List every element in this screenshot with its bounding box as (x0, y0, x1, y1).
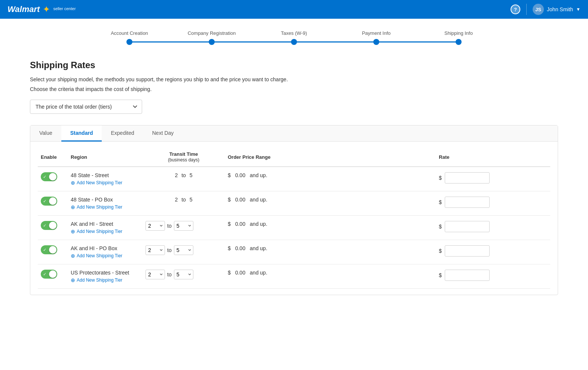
tabs-header: Value Standard Expedited Next Day (30, 125, 558, 142)
page-sub-description: Choose the criteria that impacts the cos… (30, 86, 558, 92)
transit-from-select-4[interactable]: 1 2 3 4 5 (146, 270, 165, 279)
rate-input-4[interactable] (445, 270, 490, 281)
transit-to-select-3[interactable]: 3 4 5 7 10 (174, 245, 193, 255)
region-name-0: 48 State - Street (71, 172, 140, 178)
tab-next-day[interactable]: Next Day (143, 125, 183, 142)
transit-from-1: 2 (175, 197, 178, 203)
transit-to-1: 5 (190, 197, 193, 203)
page-title: Shipping Rates (30, 60, 558, 70)
step-dot-0 (126, 39, 132, 45)
walmart-logo-text: Walmart (7, 4, 40, 14)
and-up-1: and up. (250, 197, 267, 203)
shipping-table: Enable Region Transit Time (business day… (38, 148, 550, 289)
rate-dollar-2: $ (439, 224, 442, 230)
user-name: John Smith (547, 6, 573, 12)
col-header-rate: Rate (436, 148, 550, 167)
dollar-sign-4: $ (228, 270, 231, 276)
logo-container: Walmart ✦ seller center (7, 4, 76, 15)
enable-toggle-3[interactable] (41, 245, 57, 254)
transit-to-select-4[interactable]: 3 4 5 7 10 (174, 270, 193, 279)
progress-section: Account Creation Company Registration Ta… (0, 19, 588, 52)
rate-input-3[interactable] (445, 245, 490, 257)
header-divider (526, 4, 527, 15)
col-header-order-price: Order Price Range (225, 148, 436, 167)
dollar-sign-3: $ (228, 245, 231, 251)
chevron-down-icon: ▼ (576, 7, 581, 12)
tab-expedited[interactable]: Expedited (102, 125, 143, 142)
step-label-2: Taxes (W-9) (281, 30, 307, 36)
price-from-0: 0.00 (235, 172, 245, 178)
tabs-container: Value Standard Expedited Next Day Enable… (30, 125, 558, 295)
price-from-3: 0.00 (235, 245, 245, 251)
price-from-2: 0.00 (235, 221, 245, 227)
add-tier-link-0[interactable]: ⊕ Add New Shipping Tier (71, 180, 140, 186)
user-menu[interactable]: JS John Smith ▼ (533, 4, 581, 15)
rate-dollar-3: $ (439, 248, 442, 254)
enable-toggle-1[interactable] (41, 197, 57, 206)
add-tier-link-4[interactable]: ⊕ Add New Shipping Tier (71, 277, 140, 283)
step-label-4: Shipping Info (444, 30, 473, 36)
col-header-transit: Transit Time (business days) (143, 148, 225, 167)
criteria-dropdown[interactable]: The price of the total order (tiers)Weig… (30, 100, 142, 114)
dollar-sign-1: $ (228, 197, 231, 203)
enable-toggle-2[interactable] (41, 221, 57, 230)
step-label-0: Account Creation (111, 30, 148, 36)
step-dot-3 (373, 39, 379, 45)
dollar-sign-0: $ (228, 172, 231, 178)
transit-to-0: 5 (190, 172, 193, 178)
col-header-region: Region (68, 148, 143, 167)
and-up-3: and up. (250, 245, 267, 251)
transit-from-select-2[interactable]: 1 2 3 4 5 (146, 221, 165, 231)
add-tier-link-2[interactable]: ⊕ Add New Shipping Tier (71, 228, 140, 234)
table-row: AK and HI - Street ⊕ Add New Shipping Ti… (38, 216, 550, 240)
step-dot-1 (209, 39, 215, 45)
help-button[interactable]: ? (511, 4, 520, 14)
user-avatar: JS (533, 4, 544, 15)
step-label-1: Company Registration (188, 30, 236, 36)
rate-input-1[interactable] (445, 197, 490, 208)
rate-input-0[interactable] (445, 172, 490, 184)
tab-value[interactable]: Value (30, 125, 61, 142)
tab-standard[interactable]: Standard (61, 125, 102, 142)
rate-dollar-0: $ (439, 175, 442, 181)
app-header: Walmart ✦ seller center ? JS John Smith … (0, 0, 588, 19)
header-right: ? JS John Smith ▼ (511, 4, 581, 15)
region-name-4: US Protectorates - Street (71, 270, 140, 276)
rate-dollar-4: $ (439, 272, 442, 278)
add-tier-link-1[interactable]: ⊕ Add New Shipping Tier (71, 204, 140, 210)
table-row: US Protectorates - Street ⊕ Add New Ship… (38, 264, 550, 289)
region-name-3: AK and HI - PO Box (71, 245, 140, 251)
step-dot-4 (456, 39, 462, 45)
transit-from-select-3[interactable]: 1 2 3 4 5 (146, 245, 165, 255)
step-dot-2 (291, 39, 297, 45)
add-tier-link-3[interactable]: ⊕ Add New Shipping Tier (71, 253, 140, 259)
enable-toggle-0[interactable] (41, 172, 57, 181)
price-from-1: 0.00 (235, 197, 245, 203)
dollar-sign-2: $ (228, 221, 231, 227)
price-from-4: 0.00 (235, 270, 245, 276)
transit-from-0: 2 (175, 172, 178, 178)
main-content: Account Creation Company Registration Ta… (0, 19, 588, 370)
page-description: Select your shipping model, the methods … (30, 76, 558, 82)
region-name-2: AK and HI - Street (71, 221, 140, 227)
table-row: AK and HI - PO Box ⊕ Add New Shipping Ti… (38, 240, 550, 264)
spark-icon: ✦ (43, 4, 50, 15)
step-label-3: Payment Info (362, 30, 391, 36)
rate-input-2[interactable] (445, 221, 490, 232)
enable-toggle-4[interactable] (41, 270, 57, 279)
and-up-2: and up. (250, 221, 267, 227)
transit-to-select-2[interactable]: 3 4 5 7 10 (174, 221, 193, 231)
table-wrapper: Enable Region Transit Time (business day… (30, 142, 558, 295)
and-up-0: and up. (250, 172, 267, 178)
page-content: Shipping Rates Select your shipping mode… (0, 52, 588, 310)
table-row: 48 State - PO Box ⊕ Add New Shipping Tie… (38, 191, 550, 216)
region-name-1: 48 State - PO Box (71, 197, 140, 203)
table-row: 48 State - Street ⊕ Add New Shipping Tie… (38, 167, 550, 191)
seller-center-label: seller center (53, 8, 76, 11)
and-up-4: and up. (250, 270, 267, 276)
rate-dollar-1: $ (439, 199, 442, 205)
col-header-enable: Enable (38, 148, 68, 167)
